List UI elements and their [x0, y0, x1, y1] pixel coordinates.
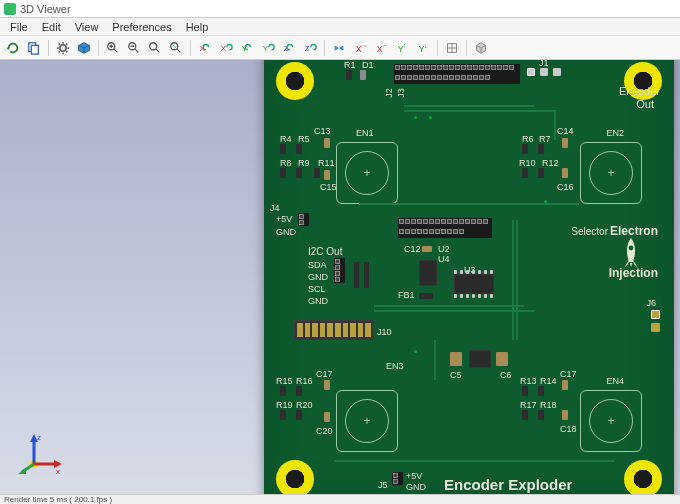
viewport-3d[interactable]: z x J2 J3 R1 D1 J1	[0, 60, 680, 494]
smd	[522, 386, 528, 396]
mounting-hole	[276, 460, 314, 494]
menu-preferences[interactable]: Preferences	[106, 20, 177, 34]
smd	[562, 410, 568, 420]
silk-u2: U2	[438, 244, 450, 254]
silk-r19: R19	[276, 400, 293, 410]
silk-c18: C18	[560, 424, 577, 434]
rotate-x-cw-icon[interactable]: X	[196, 39, 214, 57]
silk-c5: C5	[450, 370, 462, 380]
reload-icon[interactable]	[4, 39, 22, 57]
pad	[540, 68, 548, 76]
rotate-y-ccw-icon[interactable]: Y	[259, 39, 277, 57]
pcb-board: J2 J3 R1 D1 J1 Encoder Out + EN1 + EN2 +…	[264, 60, 674, 494]
flip-icon[interactable]	[330, 39, 348, 57]
silk-j2: J2	[384, 88, 394, 98]
rotate-z-ccw-icon[interactable]: Z	[301, 39, 319, 57]
motor-outline: +	[580, 142, 642, 204]
sep	[466, 40, 467, 56]
move-up-icon[interactable]: Y↑	[393, 39, 411, 57]
rotate-x-ccw-icon[interactable]: X	[217, 39, 235, 57]
silk-d1: D1	[362, 60, 374, 70]
zoom-redraw-icon[interactable]	[167, 39, 185, 57]
menu-file[interactable]: File	[4, 20, 34, 34]
pad	[460, 294, 463, 298]
header-i2c	[334, 258, 345, 283]
pad	[490, 294, 493, 298]
silk-j6: J6	[646, 298, 656, 308]
silk-gnd2: GND	[308, 272, 328, 282]
svg-point-31	[629, 246, 634, 251]
copy-icon[interactable]	[25, 39, 43, 57]
silk-c20: C20	[316, 426, 333, 436]
smd	[280, 144, 286, 154]
pad	[651, 323, 660, 332]
cube-icon[interactable]	[75, 39, 93, 57]
menu-edit[interactable]: Edit	[36, 20, 67, 34]
move-left-icon[interactable]: X→	[351, 39, 369, 57]
rotate-y-cw-icon[interactable]: Y	[238, 39, 256, 57]
zoom-in-icon[interactable]	[104, 39, 122, 57]
smd	[354, 262, 359, 288]
pad	[478, 294, 481, 298]
sep	[98, 40, 99, 56]
app-icon	[4, 3, 16, 15]
silk-en1: EN1	[356, 128, 374, 138]
statusbar: Render time 5 ms ( 200.1 fps )	[0, 494, 680, 504]
silk-encoder-out: Out	[636, 98, 654, 110]
smd	[314, 168, 320, 178]
move-right-icon[interactable]: X←	[372, 39, 390, 57]
silk-c17: C17	[316, 369, 333, 379]
smd	[324, 412, 330, 422]
header-j2	[394, 64, 520, 84]
smd	[538, 168, 544, 178]
smd	[280, 386, 286, 396]
silk-r1: R1	[344, 60, 356, 70]
ortho-icon[interactable]	[443, 39, 461, 57]
svg-text:→: →	[361, 42, 367, 49]
motor-outline: +	[336, 390, 398, 452]
iso-cube-icon[interactable]	[472, 39, 490, 57]
pad	[460, 270, 463, 274]
rotate-z-cw-icon[interactable]: Z	[280, 39, 298, 57]
svg-text:x: x	[56, 467, 60, 476]
silk-r16: R16	[296, 376, 313, 386]
silk-i2c: I2C Out	[308, 246, 342, 257]
svg-text:z: z	[37, 433, 41, 442]
silk-encoder: Encoder	[619, 85, 660, 97]
chip-u3	[454, 274, 494, 294]
silk-r8: R8	[280, 158, 292, 168]
menu-view[interactable]: View	[69, 20, 105, 34]
move-down-icon[interactable]: Y↓	[414, 39, 432, 57]
menu-help[interactable]: Help	[180, 20, 215, 34]
zoom-fit-icon[interactable]	[146, 39, 164, 57]
pad	[553, 68, 561, 76]
smd	[364, 262, 369, 288]
trace	[374, 305, 524, 307]
smd	[346, 70, 352, 80]
silk-j1: J1	[539, 60, 549, 68]
silk-r9: R9	[298, 158, 310, 168]
silk-c14: C14	[557, 126, 574, 136]
silk-r12: R12	[542, 158, 559, 168]
silk-r15: R15	[276, 376, 293, 386]
zoom-out-icon[interactable]	[125, 39, 143, 57]
svg-rect-1	[31, 45, 38, 54]
pad	[490, 270, 493, 274]
connector-j10	[294, 320, 374, 340]
pad	[651, 310, 660, 319]
silk-j5: J5	[378, 480, 388, 490]
trace	[434, 340, 436, 380]
smd	[296, 144, 302, 154]
silk-en2: EN2	[606, 128, 624, 138]
smd	[538, 144, 544, 154]
smd	[360, 70, 366, 80]
motor-outline: +	[336, 142, 398, 204]
gear-icon[interactable]	[54, 39, 72, 57]
sep	[190, 40, 191, 56]
silk-title: Encoder Exploder	[444, 476, 572, 493]
silk-gnd-b: GND	[406, 482, 426, 492]
titlebar: 3D Viewer	[0, 0, 680, 18]
silk-r6: R6	[522, 134, 534, 144]
silk-r14: R14	[540, 376, 557, 386]
silk-c17b: C17	[560, 369, 577, 379]
